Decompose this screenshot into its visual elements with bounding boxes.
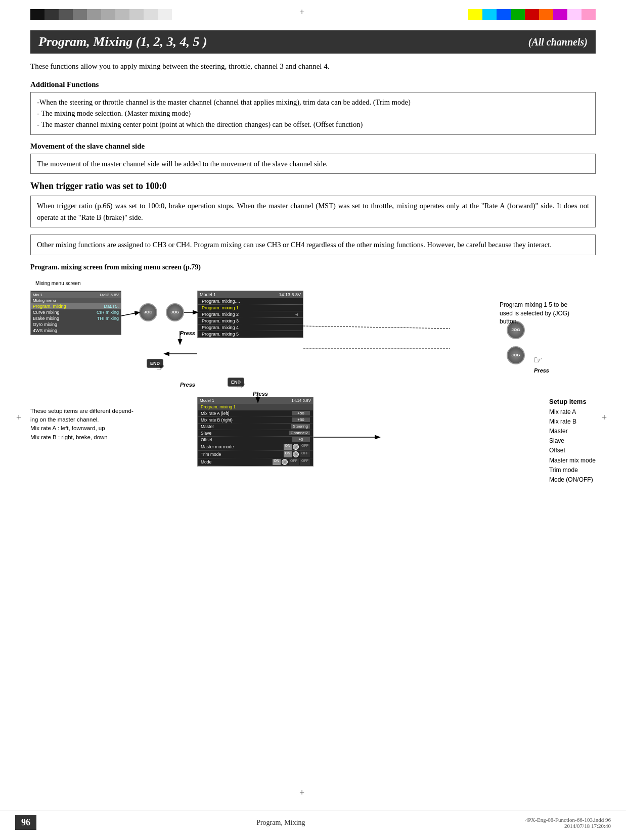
color-bar bbox=[468, 9, 596, 20]
trim-mode-toggle: ON ○ OFF bbox=[284, 451, 310, 457]
yellow-swatch bbox=[468, 9, 482, 20]
intro-text: These functions allow you to apply mixin… bbox=[30, 61, 596, 72]
gray6-swatch bbox=[101, 9, 115, 20]
model-screen-item-4: Program. mixing 4 bbox=[198, 324, 303, 331]
setup-trim-mode: Trim mode ON ○ OFF bbox=[198, 451, 313, 458]
red-swatch bbox=[525, 9, 539, 20]
gray5-swatch bbox=[87, 9, 101, 20]
additional-functions-heading: Additional Functions bbox=[30, 80, 596, 89]
magenta-swatch bbox=[553, 9, 567, 20]
jog-label-1: JOG bbox=[144, 310, 153, 314]
jog-button-2[interactable]: JOG bbox=[166, 303, 184, 321]
model-screen-item-1: Program. mixing 1 bbox=[198, 305, 303, 311]
crosshair-right-mid bbox=[601, 414, 611, 425]
setup-mix-rate-b: Mix rate B (right) +50 bbox=[198, 417, 313, 424]
green-swatch bbox=[511, 9, 525, 20]
setup-mix-rate-a: Mix rate A (left) +50 bbox=[198, 410, 313, 417]
mixing-menu-screen-ui: Mix.1 14:13 5.8V Mixing menu Program. mi… bbox=[30, 291, 121, 335]
menu-row-program-mixing: Program. mixing Dat.T5. bbox=[31, 303, 121, 309]
setup-offset: Offset +0 bbox=[198, 437, 313, 443]
model-screen-ui: Model 1 14:13 5.8V Program. mixing.... P… bbox=[197, 291, 303, 338]
setup-item-mix-rate-a: Mix rate A bbox=[549, 407, 596, 417]
mode-toggle: ON ○ OFF OFF bbox=[273, 459, 310, 465]
gray10-swatch bbox=[158, 9, 172, 20]
title-banner: Program, Mixing (1, 2, 3, 4, 5 ) (All ch… bbox=[30, 30, 596, 54]
additional-func-item-3: - The master channel mixing center point… bbox=[37, 119, 589, 130]
setup-item-mix-rate-b: Mix rate B bbox=[549, 417, 596, 427]
notes-line1: These setup items are different depend- bbox=[30, 407, 157, 415]
model-screen-item-3: Program. mixing 3 bbox=[198, 318, 303, 324]
setup-items-box: Setup items Mix rate A Mix rate B Master… bbox=[549, 397, 596, 485]
setup-item-slave: Slave bbox=[549, 436, 596, 446]
menu-title-text: Mixing menu bbox=[33, 298, 56, 303]
press-label-3: Press bbox=[253, 391, 268, 397]
jog-label-r1: JOG bbox=[512, 328, 520, 332]
menu-row-val: Dat.T5. bbox=[104, 304, 119, 309]
setup-offset-val: +0 bbox=[292, 437, 310, 442]
menu-row-gyro-label: Gyro mixing bbox=[33, 322, 57, 327]
hand-cursor-3: ☞ bbox=[533, 354, 543, 366]
orange-swatch bbox=[539, 9, 553, 20]
gray8-swatch bbox=[129, 9, 144, 20]
menu-header-row: Mix.1 14:13 5.8V bbox=[31, 292, 121, 298]
hand-cursor-2: ☞ bbox=[237, 380, 246, 392]
setup-model-label: Model 1 bbox=[200, 398, 214, 403]
setup-slave-val: Channel2 bbox=[289, 431, 310, 435]
setup-mix-rate-a-val: +50 bbox=[292, 411, 310, 415]
gray7-swatch bbox=[115, 9, 129, 20]
movement-text: The movement of the master channel side … bbox=[37, 158, 589, 169]
jog-label-r2: JOG bbox=[512, 353, 520, 357]
setup-item-master-mix-mode: Master mix mode bbox=[549, 456, 596, 465]
crosshair-top-center bbox=[298, 9, 308, 19]
setup-title-row: Program. mixing 1 bbox=[198, 404, 313, 410]
other-mixing-box: Other mixing functions are assigned to C… bbox=[30, 235, 596, 255]
setup-time: 14:14 5.8V bbox=[291, 398, 311, 403]
gray9-swatch bbox=[144, 9, 158, 20]
setup-item-trim-mode: Trim mode bbox=[549, 465, 596, 475]
mixing-screen-section: Program. mixing screen from mixing menu … bbox=[30, 263, 596, 498]
cyan-swatch bbox=[482, 9, 497, 20]
menu-row-brake-val: THI mixing bbox=[97, 316, 119, 321]
setup-screen-ui: Model 1 14:14 5.8V Program. mixing 1 Mix… bbox=[197, 397, 314, 466]
menu-row-curve-val: CIR mixing bbox=[97, 310, 119, 315]
menu-header-right: 14:13 5.8V bbox=[99, 293, 119, 297]
model-screen-title: Model 1 bbox=[200, 292, 216, 297]
setup-program-title: Program. mixing 1 bbox=[201, 404, 236, 409]
crosshair-bottom-center bbox=[298, 789, 308, 800]
trigger-heading: When trigger ratio was set to 100:0 bbox=[30, 181, 596, 192]
menu-title-row: Mixing menu bbox=[31, 298, 121, 303]
menu-header-left: Mix.1 bbox=[33, 293, 42, 297]
setup-items-title: Setup items bbox=[549, 397, 596, 407]
setup-item-master: Master bbox=[549, 427, 596, 436]
press-label-right: Press bbox=[534, 367, 549, 374]
movement-heading: Movement of the slave channel side bbox=[30, 142, 596, 151]
gray3-swatch bbox=[59, 9, 73, 20]
right-desc-line2: used is selected by (JOG) bbox=[500, 309, 596, 318]
pink-swatch bbox=[582, 9, 596, 20]
blue-swatch bbox=[497, 9, 511, 20]
master-mix-toggle: ON ○ OFF bbox=[284, 444, 310, 450]
setup-slave: Slave Channel2 bbox=[198, 430, 313, 437]
footer-center-text: Program, Mixing bbox=[256, 819, 305, 827]
notes-line4: Mix rate B : right, breke, down bbox=[30, 433, 157, 442]
gray-bar bbox=[30, 9, 172, 20]
jog-button-1[interactable]: JOG bbox=[139, 303, 157, 321]
menu-row-label: Program. mixing bbox=[33, 304, 66, 309]
jog-label-2: JOG bbox=[171, 310, 180, 314]
jog-button-right-2[interactable]: JOG bbox=[507, 346, 525, 364]
notes-line3: Mix rate A : left, fowrward, up bbox=[30, 424, 157, 433]
model-screen-item-2: Program. mixing 2 ◄ bbox=[198, 311, 303, 318]
setup-item-offset: Offset bbox=[549, 446, 596, 455]
press-label-2: Press bbox=[180, 382, 195, 388]
model-screen-item-5: Program. mixing 5 bbox=[198, 331, 303, 338]
footer-date: 2014/07/18 17:20:40 bbox=[564, 823, 611, 829]
model-screen-time: 14:13 5.8V bbox=[279, 292, 301, 297]
gray4-swatch bbox=[73, 9, 87, 20]
light-pink-swatch bbox=[567, 9, 582, 20]
main-content: Program, Mixing (1, 2, 3, 4, 5 ) (All ch… bbox=[30, 30, 596, 789]
svg-line-6 bbox=[303, 326, 450, 329]
model-screen-header: Model 1 14:13 5.8V bbox=[198, 291, 303, 298]
model-screen-item-0: Program. mixing.... bbox=[198, 298, 303, 305]
notes-line2: ing on the master channel. bbox=[30, 415, 157, 424]
setup-mode: Mode ON ○ OFF OFF bbox=[198, 458, 313, 466]
